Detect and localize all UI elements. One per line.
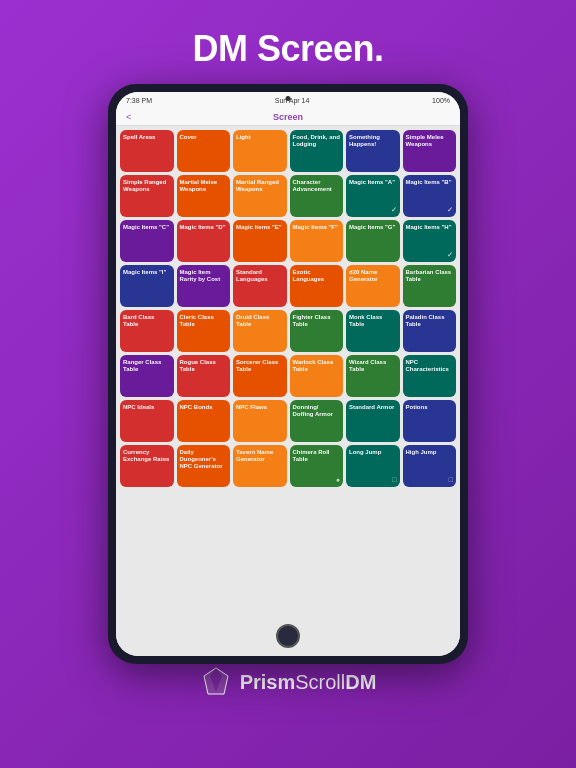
card-item[interactable]: Wizard Class Table (346, 355, 400, 397)
card-item[interactable]: Fighter Class Table (290, 310, 344, 352)
card-item[interactable]: NPC Characteristics (403, 355, 457, 397)
card-item[interactable]: Tavern Name Generator (233, 445, 287, 487)
card-item[interactable]: Exotic Languages (290, 265, 344, 307)
card-item[interactable]: Magic Items "E" (233, 220, 287, 262)
card-item[interactable]: d20 Name Generator (346, 265, 400, 307)
logo-icon (200, 666, 232, 698)
card-item[interactable]: Paladin Class Table (403, 310, 457, 352)
tablet-frame: 7:38 PM Sun Apr 14 100% < Screen Spell A… (108, 70, 468, 650)
card-item[interactable]: Magic Items "G" (346, 220, 400, 262)
card-icon: ✓ (447, 251, 453, 259)
card-icon: □ (449, 476, 453, 484)
nav-title: Screen (273, 112, 303, 122)
card-item[interactable]: Magic Item Rarity by Cost (177, 265, 231, 307)
card-icon: ● (336, 476, 340, 484)
bottom-bar: PrismScrollDM (200, 666, 377, 698)
card-icon: □ (392, 476, 396, 484)
card-item[interactable]: Warlock Class Table (290, 355, 344, 397)
card-item[interactable]: Daily Dungeoner's NPC Generator (177, 445, 231, 487)
card-item[interactable]: Light (233, 130, 287, 172)
card-item[interactable]: Martial Melee Weapons (177, 175, 231, 217)
card-item[interactable]: Magic Items "D" (177, 220, 231, 262)
card-item[interactable]: Druid Class Table (233, 310, 287, 352)
card-item[interactable]: Rogue Class Table (177, 355, 231, 397)
card-item[interactable]: Magic Items "F" (290, 220, 344, 262)
brand-label: PrismScrollDM (240, 671, 377, 694)
back-button[interactable]: < (126, 112, 131, 122)
card-item[interactable]: Magic Items "H"✓ (403, 220, 457, 262)
card-item[interactable]: Food, Drink, and Lodging (290, 130, 344, 172)
tablet-screen: 7:38 PM Sun Apr 14 100% < Screen Spell A… (116, 92, 460, 656)
card-icon: ✓ (447, 206, 453, 214)
card-icon: ✓ (391, 206, 397, 214)
card-item[interactable]: Character Advancement (290, 175, 344, 217)
card-item[interactable]: Cleric Class Table (177, 310, 231, 352)
card-item[interactable]: NPC Ideals (120, 400, 174, 442)
card-item[interactable]: Currency Exchange Rates (120, 445, 174, 487)
status-date: Sun Apr 14 (275, 97, 310, 104)
camera (286, 96, 291, 101)
card-item[interactable]: NPC Flaws (233, 400, 287, 442)
card-item[interactable]: Standard Armor (346, 400, 400, 442)
tablet-body: 7:38 PM Sun Apr 14 100% < Screen Spell A… (108, 84, 468, 664)
card-item[interactable]: Sorcerer Class Table (233, 355, 287, 397)
card-item[interactable]: Cover (177, 130, 231, 172)
status-time: 7:38 PM (126, 97, 152, 104)
card-item[interactable]: Magic Items "I" (120, 265, 174, 307)
card-item[interactable]: Simple Ranged Weapons (120, 175, 174, 217)
card-item[interactable]: Simple Melee Weapons (403, 130, 457, 172)
card-item[interactable]: Standard Languages (233, 265, 287, 307)
grid-container[interactable]: Spell AreasCoverLightFood, Drink, and Lo… (116, 126, 460, 656)
card-item[interactable]: Magic Items "A"✓ (346, 175, 400, 217)
home-button[interactable] (276, 624, 300, 648)
card-item[interactable]: Donning/ Doffing Armor (290, 400, 344, 442)
card-item[interactable]: Long Jump□ (346, 445, 400, 487)
card-item[interactable]: High Jump□ (403, 445, 457, 487)
card-item[interactable]: NPC Bonds (177, 400, 231, 442)
card-item[interactable]: Martial Ranged Weapons (233, 175, 287, 217)
nav-bar: < Screen (116, 108, 460, 126)
status-battery: 100% (432, 97, 450, 104)
card-item[interactable]: Magic Items "B"✓ (403, 175, 457, 217)
card-item[interactable]: Chimera Roll Table● (290, 445, 344, 487)
card-item[interactable]: Ranger Class Table (120, 355, 174, 397)
card-item[interactable]: Barbarian Class Table (403, 265, 457, 307)
card-item[interactable]: Magic Items "C" (120, 220, 174, 262)
card-item[interactable]: Bard Class Table (120, 310, 174, 352)
card-item[interactable]: Spell Areas (120, 130, 174, 172)
app-title: DM Screen. (192, 28, 383, 70)
cards-grid: Spell AreasCoverLightFood, Drink, and Lo… (120, 130, 456, 487)
card-item[interactable]: Something Happens! (346, 130, 400, 172)
card-item[interactable]: Potions (403, 400, 457, 442)
card-item[interactable]: Monk Class Table (346, 310, 400, 352)
